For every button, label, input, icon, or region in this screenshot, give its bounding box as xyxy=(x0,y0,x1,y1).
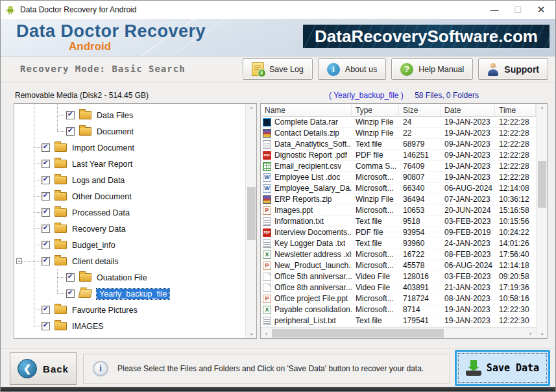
table-row[interactable]: Email_recipient.csvComma S...7640919-JAN… xyxy=(261,161,536,172)
scroll-left-arrow[interactable]: ‹ xyxy=(261,328,272,339)
tree-item[interactable]: Logs and Data xyxy=(14,172,245,188)
tree-item[interactable]: Document xyxy=(14,123,245,140)
instruction-text: Please Select the Files and Folders and … xyxy=(117,364,424,373)
table-row[interactable]: Office project File.pptMicrosoft...71872… xyxy=(261,293,536,304)
column-header-date[interactable]: Date xyxy=(441,104,495,116)
file-name: Contact Details.zip xyxy=(274,129,339,138)
file-name-cell: Complete Data.rar xyxy=(261,117,352,127)
table-row[interactable]: Payable consolidation...Microsoft...8714… xyxy=(261,304,536,315)
tree-item[interactable]: Ouatation File xyxy=(14,269,245,286)
save-data-button[interactable]: Save Data xyxy=(455,350,550,386)
table-row[interactable]: Complete Data.rarWinzip File2419-JAN-202… xyxy=(261,117,536,128)
table-row[interactable]: peripheral_List.txtText file17954119-JAN… xyxy=(261,315,536,326)
checkbox-checked[interactable] xyxy=(42,306,50,314)
table-row[interactable]: Information.txtText file951803-FEB-20231… xyxy=(261,216,536,227)
checkbox-checked[interactable] xyxy=(66,289,75,298)
table-row[interactable]: Employee_Salary_Da...Microsoft...6634006… xyxy=(261,183,536,194)
help-manual-button[interactable]: ? Help Manual xyxy=(391,58,473,80)
tree-guide-line xyxy=(34,261,42,262)
info-circle-icon: i xyxy=(327,63,340,76)
column-header-time[interactable]: Time xyxy=(495,104,536,116)
folder-icon xyxy=(54,143,67,152)
scroll-right-arrow[interactable]: › xyxy=(525,328,536,339)
scrollbar-thumb[interactable] xyxy=(247,187,256,240)
file-name-cell: Employee List .doc xyxy=(261,173,352,182)
scrollbar-thumb[interactable] xyxy=(272,329,444,337)
table-row[interactable]: Images.pptMicrosoft...1065320-JUN-202415… xyxy=(261,205,536,216)
checkbox-checked[interactable] xyxy=(42,208,50,217)
header-banner: Data Doctor Recovery Android DataRecover… xyxy=(1,19,555,56)
checkbox-checked[interactable] xyxy=(66,127,75,136)
file-date-cell: 19-JAN-2023 xyxy=(441,117,495,127)
table-row[interactable]: Office 8th anniversar...Video File403891… xyxy=(261,282,536,293)
table-row[interactable]: Contact Details.zipWinzip File2219-JAN-2… xyxy=(261,128,536,139)
save-log-button[interactable]: Save Log xyxy=(243,58,313,80)
checkbox-checked[interactable] xyxy=(42,257,50,265)
tree-guide-line xyxy=(34,228,42,229)
file-name-cell: Contact Details.zip xyxy=(261,129,352,138)
tree-item-label: Logs and Data xyxy=(72,176,125,185)
close-button[interactable]: ✕ xyxy=(529,1,553,19)
table-row[interactable]: Office 5th anniversar...Video File128016… xyxy=(261,271,536,282)
ppt-file-icon xyxy=(263,295,271,303)
table-row[interactable]: Data_Anatlytics_Soft...Text file6897909-… xyxy=(261,139,536,150)
scroll-down-arrow[interactable]: ⌄ xyxy=(537,327,548,338)
table-row[interactable]: ERP Reports.zipWinzip File3649407-JAN-20… xyxy=(261,194,536,205)
table-horizontal-scrollbar[interactable]: ‹ › xyxy=(261,327,536,338)
tree-item[interactable]: Last Year Report xyxy=(14,156,245,172)
scroll-up-arrow[interactable]: ⌃ xyxy=(246,104,257,115)
tree-item[interactable]: Data Files xyxy=(14,107,245,123)
minimize-button[interactable]: — xyxy=(483,1,506,19)
tree-item[interactable]: Yearly_backup_file xyxy=(14,286,245,302)
folder-icon xyxy=(79,111,91,119)
table-row[interactable]: Dignostic Report .pdfPDF file14625109-JA… xyxy=(261,150,536,161)
file-date-cell: 03-FEB-2023 xyxy=(441,272,495,281)
about-us-button[interactable]: i About us xyxy=(318,58,386,80)
tree-item[interactable]: Import Document xyxy=(14,140,245,156)
checkbox-checked[interactable] xyxy=(66,273,75,282)
collapse-expander-icon[interactable]: − xyxy=(16,258,22,264)
tree-item-label: Client details xyxy=(72,257,119,266)
file-time-cell: 14:01:26 xyxy=(495,239,536,248)
scrollbar-thumb[interactable] xyxy=(538,161,546,208)
scroll-up-arrow[interactable]: ⌃ xyxy=(537,104,548,115)
table-row[interactable]: Newsletter address .xlsMicrosoft...16722… xyxy=(261,249,536,260)
file-type-cell: Microsoft... xyxy=(352,206,399,215)
checkbox-checked[interactable] xyxy=(42,225,50,233)
checkbox-checked[interactable] xyxy=(42,176,50,184)
maximize-button[interactable]: ☐ xyxy=(506,1,529,19)
column-header-name[interactable]: Name xyxy=(261,104,352,116)
checkbox-checked[interactable] xyxy=(66,111,75,119)
table-row[interactable]: Key Logger Data .txtText file9396024-JAN… xyxy=(261,238,536,249)
tree-item[interactable]: Other Document xyxy=(14,188,245,204)
support-button[interactable]: Support xyxy=(478,58,548,80)
column-header-type[interactable]: Type xyxy=(352,104,399,116)
file-time-cell: 12:22:28 xyxy=(495,162,536,171)
table-vertical-scrollbar[interactable]: ⌃ ⌄ xyxy=(536,104,547,338)
file-name: New_Product_launch... xyxy=(274,261,352,270)
help-manual-label: Help Manual xyxy=(418,65,464,74)
checkbox-checked[interactable] xyxy=(42,192,50,201)
column-header-size[interactable]: Size xyxy=(399,104,441,116)
tree-item[interactable]: IMAGES xyxy=(14,318,245,334)
tree-item[interactable]: −Client details xyxy=(14,253,245,269)
table-row[interactable]: Employee List .docMicrosoft...9080719-JA… xyxy=(261,172,536,183)
tree-item[interactable]: Recovery Data xyxy=(14,221,245,237)
question-circle-icon: ? xyxy=(400,63,413,76)
checkbox-checked[interactable] xyxy=(42,160,50,168)
tree-item-label: Document xyxy=(97,127,134,136)
checkbox-checked[interactable] xyxy=(42,241,50,249)
table-row[interactable]: New_Product_launch...Microsoft...4557806… xyxy=(261,260,536,271)
scroll-down-arrow[interactable]: ⌄ xyxy=(246,327,257,338)
back-button[interactable]: ❮ Back xyxy=(10,352,77,385)
selected-folder-path: ( Yearly_backup_file ) xyxy=(329,91,404,100)
tree-item[interactable]: Processed Data xyxy=(14,204,245,221)
table-row[interactable]: Interview Docoments...PDF file9395409-FE… xyxy=(261,227,536,238)
tree-item-label: Import Document xyxy=(72,143,134,153)
tree-item[interactable]: Budget_info xyxy=(14,237,245,253)
tree-item[interactable]: Favourite Pictures xyxy=(14,302,245,318)
file-time-cell: 15:16:58 xyxy=(495,206,536,215)
tree-vertical-scrollbar[interactable]: ⌃ ⌄ xyxy=(245,104,256,338)
checkbox-checked[interactable] xyxy=(42,143,50,152)
checkbox-checked[interactable] xyxy=(42,322,50,330)
